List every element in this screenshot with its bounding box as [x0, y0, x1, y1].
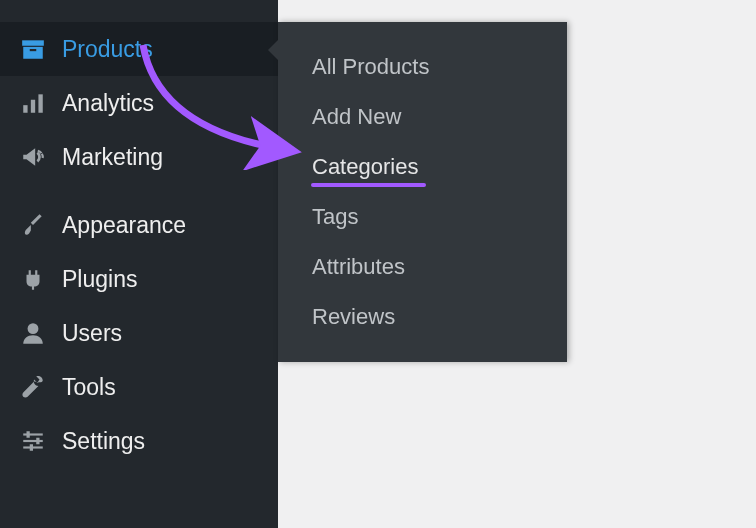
sidebar-item-marketing[interactable]: Marketing — [0, 130, 278, 184]
sliders-icon — [18, 426, 48, 456]
svg-rect-5 — [38, 94, 42, 112]
user-icon — [18, 318, 48, 348]
sidebar-item-label: Marketing — [62, 144, 163, 171]
svg-rect-11 — [27, 431, 30, 438]
products-flyout: All Products Add New Categories Tags Att… — [278, 22, 567, 362]
svg-rect-9 — [23, 440, 43, 442]
svg-rect-13 — [30, 444, 33, 451]
sidebar-item-label: Settings — [62, 428, 145, 455]
sidebar-item-tools[interactable]: Tools — [0, 360, 278, 414]
flyout-item-add-new[interactable]: Add New — [278, 92, 567, 142]
paintbrush-icon — [18, 210, 48, 240]
sidebar-item-label: Users — [62, 320, 122, 347]
plug-icon — [18, 264, 48, 294]
flyout-item-categories[interactable]: Categories — [278, 142, 567, 192]
sidebar-item-users[interactable]: Users — [0, 306, 278, 360]
svg-rect-8 — [23, 433, 43, 435]
svg-rect-3 — [23, 105, 27, 113]
sidebar-item-label: Tools — [62, 374, 116, 401]
flyout-item-all-products[interactable]: All Products — [278, 42, 567, 92]
svg-rect-0 — [22, 40, 44, 45]
flyout-item-label: Categories — [312, 154, 418, 179]
sidebar-item-label: Appearance — [62, 212, 186, 239]
archive-icon — [18, 34, 48, 64]
sidebar-item-plugins[interactable]: Plugins — [0, 252, 278, 306]
sidebar-item-analytics[interactable]: Analytics — [0, 76, 278, 130]
flyout-item-label: Add New — [312, 104, 401, 129]
flyout-item-label: Attributes — [312, 254, 405, 279]
svg-rect-12 — [36, 438, 39, 445]
sidebar-item-label: Plugins — [62, 266, 137, 293]
flyout-item-label: Reviews — [312, 304, 395, 329]
flyout-item-tags[interactable]: Tags — [278, 192, 567, 242]
flyout-item-attributes[interactable]: Attributes — [278, 242, 567, 292]
flyout-pointer — [268, 40, 278, 60]
wrench-icon — [18, 372, 48, 402]
megaphone-icon — [18, 142, 48, 172]
svg-point-7 — [28, 323, 39, 334]
admin-sidebar: Products Analytics Marketing — [0, 0, 278, 528]
sidebar-item-label: Analytics — [62, 90, 154, 117]
svg-rect-4 — [31, 100, 35, 113]
sidebar-item-products[interactable]: Products — [0, 22, 278, 76]
flyout-item-label: Tags — [312, 204, 358, 229]
flyout-item-reviews[interactable]: Reviews — [278, 292, 567, 342]
menu-separator — [0, 184, 278, 198]
svg-rect-1 — [23, 47, 43, 59]
bars-icon — [18, 88, 48, 118]
annotation-underline — [311, 183, 426, 187]
flyout-item-label: All Products — [312, 54, 429, 79]
sidebar-item-label: Products — [62, 36, 153, 63]
svg-rect-2 — [30, 49, 37, 51]
sidebar-item-appearance[interactable]: Appearance — [0, 198, 278, 252]
sidebar-item-settings[interactable]: Settings — [0, 414, 278, 468]
